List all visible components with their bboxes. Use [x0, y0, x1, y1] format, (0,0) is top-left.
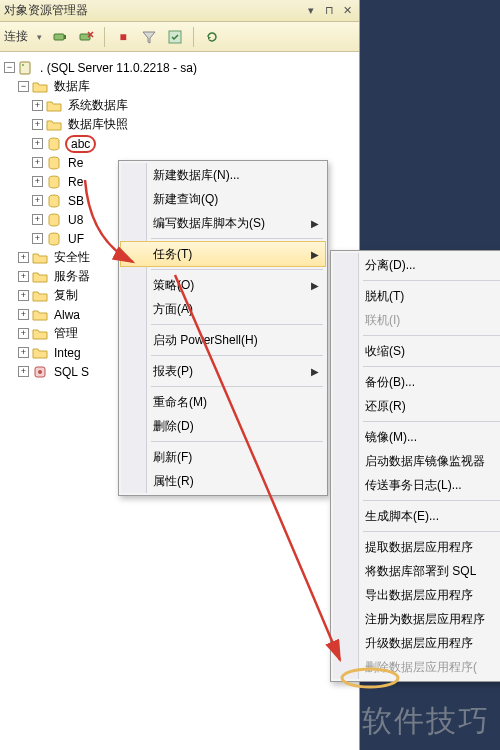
- menu-separator: [151, 324, 323, 325]
- agent-icon: [32, 364, 48, 380]
- connect-label[interactable]: 连接: [4, 28, 28, 45]
- menu2-item[interactable]: 脱机(T): [333, 284, 500, 308]
- menu-item-label: 导出数据层应用程序: [365, 587, 473, 604]
- menu-item-label: 备份(B)...: [365, 374, 415, 391]
- registered-servers-icon[interactable]: [165, 27, 185, 47]
- tree-label: SB: [65, 193, 87, 209]
- menu2-item[interactable]: 生成脚本(E)...: [333, 504, 500, 528]
- menu1-item[interactable]: 刷新(F): [121, 445, 325, 469]
- menu-separator: [151, 386, 323, 387]
- pin-icon[interactable]: ⊓: [321, 4, 337, 18]
- submenu-arrow-icon: ▶: [311, 366, 319, 377]
- folder-icon: [32, 269, 48, 285]
- connect-icon[interactable]: [50, 27, 70, 47]
- database-icon: [46, 136, 62, 152]
- tree-root[interactable]: − . (SQL Server 11.0.2218 - sa): [4, 58, 359, 77]
- menu1-item[interactable]: 删除(D): [121, 414, 325, 438]
- tasks-submenu: 分离(D)...脱机(T)联机(I)收缩(S)▶备份(B)...还原(R)▶镜像…: [330, 250, 500, 682]
- close-icon[interactable]: ✕: [339, 4, 355, 18]
- menu1-item[interactable]: 报表(P)▶: [121, 359, 325, 383]
- menu-separator: [151, 238, 323, 239]
- menu2-item[interactable]: 将数据库部署到 SQL: [333, 559, 500, 583]
- tree-label: Integ: [51, 345, 84, 361]
- menu-item-label: 收缩(S): [365, 343, 405, 360]
- menu-separator: [363, 531, 500, 532]
- toolbar: 连接 ▾ ■: [0, 22, 359, 52]
- folder-icon: [46, 98, 62, 114]
- menu-separator: [363, 421, 500, 422]
- folder-icon: [32, 307, 48, 323]
- tree-label: 管理: [51, 324, 81, 343]
- menu2-item[interactable]: 升级数据层应用程序: [333, 631, 500, 655]
- menu1-item[interactable]: 新建查询(Q): [121, 187, 325, 211]
- menu2-item[interactable]: 还原(R)▶: [333, 394, 500, 418]
- menu-item-label: 新建查询(Q): [153, 191, 218, 208]
- menu-separator: [363, 366, 500, 367]
- menu-item-label: 生成脚本(E)...: [365, 508, 439, 525]
- folder-icon: [32, 288, 48, 304]
- menu1-item[interactable]: 重命名(M): [121, 390, 325, 414]
- tree-root-label: . (SQL Server 11.0.2218 - sa): [37, 60, 200, 76]
- tree-label: Re: [65, 155, 86, 171]
- connect-dropdown-icon[interactable]: ▾: [34, 32, 44, 42]
- menu-item-label: 分离(D)...: [365, 257, 416, 274]
- menu-item-label: 方面(A): [153, 301, 193, 318]
- menu2-item[interactable]: 导出数据层应用程序: [333, 583, 500, 607]
- menu-item-label: 删除数据层应用程序(: [365, 659, 477, 676]
- stop-icon[interactable]: ■: [113, 27, 133, 47]
- toolbar-separator: [104, 27, 105, 47]
- folder-icon: [32, 79, 48, 95]
- menu1-item[interactable]: 属性(R): [121, 469, 325, 493]
- menu-separator: [363, 280, 500, 281]
- menu2-item[interactable]: 收缩(S)▶: [333, 339, 500, 363]
- menu-item-label: 删除(D): [153, 418, 194, 435]
- tree-label: UF: [65, 231, 87, 247]
- server-icon: [18, 60, 34, 76]
- tree-snapshots[interactable]: + 数据库快照: [4, 115, 359, 134]
- menu2-item[interactable]: 备份(B)...: [333, 370, 500, 394]
- tree-label: 复制: [51, 286, 81, 305]
- menu1-item[interactable]: 启动 PowerShell(H): [121, 328, 325, 352]
- menu1-item[interactable]: 策略(O)▶: [121, 273, 325, 297]
- menu2-item: 删除数据层应用程序(: [333, 655, 500, 679]
- menu2-item[interactable]: 注册为数据层应用程序: [333, 607, 500, 631]
- menu1-item[interactable]: 任务(T)▶: [120, 241, 326, 267]
- tree-label: 数据库快照: [65, 115, 131, 134]
- menu2-item[interactable]: 启动数据库镜像监视器: [333, 449, 500, 473]
- tree-label: 安全性: [51, 248, 93, 267]
- menu-item-label: 镜像(M)...: [365, 429, 417, 446]
- menu-item-label: 策略(O): [153, 277, 194, 294]
- tree-databases[interactable]: − 数据库: [4, 77, 359, 96]
- menu-item-label: 还原(R): [365, 398, 406, 415]
- filter-icon[interactable]: [139, 27, 159, 47]
- toolbar-separator: [193, 27, 194, 47]
- window-dropdown-icon[interactable]: ▾: [303, 4, 319, 18]
- watermark: 软件技巧: [362, 701, 490, 742]
- submenu-arrow-icon: ▶: [311, 218, 319, 229]
- menu1-item[interactable]: 编写数据库脚本为(S)▶: [121, 211, 325, 235]
- disconnect-icon[interactable]: [76, 27, 96, 47]
- menu2-item[interactable]: 提取数据层应用程序: [333, 535, 500, 559]
- refresh-icon[interactable]: [202, 27, 222, 47]
- tree-label: 系统数据库: [65, 96, 131, 115]
- tree-db-abc[interactable]: + abc: [4, 134, 359, 153]
- menu2-item[interactable]: 分离(D)...: [333, 253, 500, 277]
- tree-label: U8: [65, 212, 86, 228]
- menu-item-label: 脱机(T): [365, 288, 404, 305]
- menu2-item[interactable]: 传送事务日志(L)...: [333, 473, 500, 497]
- menu2-item[interactable]: 镜像(M)...: [333, 425, 500, 449]
- menu-item-label: 提取数据层应用程序: [365, 539, 473, 556]
- menu1-item[interactable]: 方面(A): [121, 297, 325, 321]
- tree-label-selected: abc: [65, 135, 96, 153]
- menu-item-label: 报表(P): [153, 363, 193, 380]
- tree-system-databases[interactable]: + 系统数据库: [4, 96, 359, 115]
- menu-item-label: 升级数据层应用程序: [365, 635, 473, 652]
- folder-icon: [32, 250, 48, 266]
- menu-item-label: 属性(R): [153, 473, 194, 490]
- menu-item-label: 传送事务日志(L)...: [365, 477, 462, 494]
- folder-icon: [32, 326, 48, 342]
- tree-label: Alwa: [51, 307, 83, 323]
- submenu-arrow-icon: ▶: [311, 280, 319, 291]
- database-icon: [46, 155, 62, 171]
- menu1-item[interactable]: 新建数据库(N)...: [121, 163, 325, 187]
